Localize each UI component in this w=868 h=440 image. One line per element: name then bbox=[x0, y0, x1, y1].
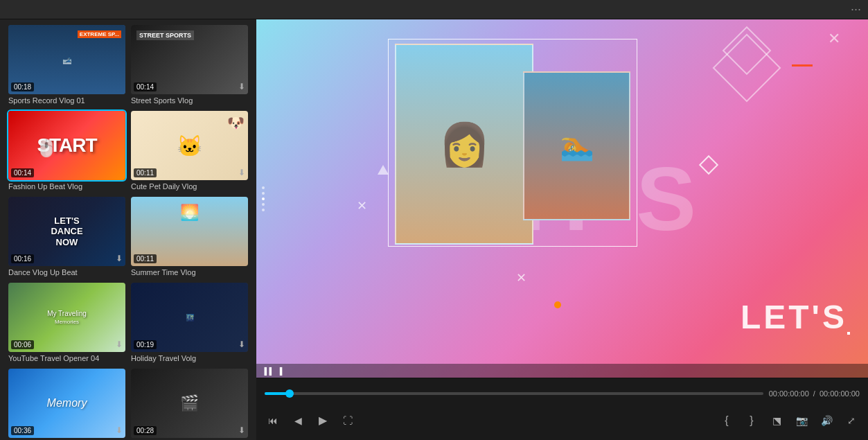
thumb-holiday: 🌃 00:19 ⬇ bbox=[131, 283, 248, 352]
photo-frame-1: 👩 bbox=[395, 44, 533, 245]
download-icon-travel-rec: ⬇ bbox=[238, 425, 245, 435]
thumb-badge-travel-rec: 00:28 bbox=[134, 426, 157, 435]
progress-bar[interactable] bbox=[265, 392, 763, 395]
step-back-button[interactable]: ◀ bbox=[290, 412, 306, 429]
template-item-street-sports[interactable]: STREET SPORTS 00:14 ⬇ Street Sports Vlog bbox=[128, 22, 251, 108]
photo-frame-2: 🏊 bbox=[523, 71, 630, 220]
deco-dot bbox=[554, 301, 561, 308]
thumb-badge-fashion: 00:14 bbox=[11, 168, 34, 177]
top-bar: ··· bbox=[0, 0, 868, 19]
thumb-street-sports: STREET SPORTS 00:14 ⬇ bbox=[131, 25, 248, 94]
template-label-cute-pet: Cute Pet Daily Vlog bbox=[131, 180, 248, 191]
template-label-sports-record: Sports Record Vlog 01 bbox=[8, 94, 125, 105]
memory-text: Memory bbox=[47, 397, 87, 410]
progress-thumb[interactable] bbox=[285, 389, 294, 398]
template-item-travel-rec[interactable]: 🎬 00:28 ⬇ Travel Records bbox=[128, 366, 251, 440]
thumb-badge-cute-pet: 00:11 bbox=[134, 168, 157, 177]
volume-button[interactable]: 🔊 bbox=[818, 412, 835, 429]
deco-x-left: ✕ bbox=[357, 198, 367, 213]
deco-x-top-right: ✕ bbox=[828, 30, 840, 48]
download-icon-dance: ⬇ bbox=[116, 254, 123, 263]
template-label-street-sports: Street Sports Vlog bbox=[131, 94, 248, 105]
thumb-badge-memory: 00:36 bbox=[11, 426, 34, 435]
thumb-travel: My TravelingMemories 00:06 ⬇ bbox=[8, 283, 125, 352]
deco-x-bottom: ✕ bbox=[516, 270, 526, 285]
thumb-badge-holiday: 00:19 bbox=[134, 340, 157, 349]
bracket-open-button[interactable]: { bbox=[718, 412, 735, 429]
preview-dot-3 bbox=[262, 197, 265, 200]
right-panel: LET'S 👩 🏊 ✕ bbox=[256, 19, 868, 440]
bottom-controls: 00:00:00:00 / 00:00:00:00 ⏮ ◀ ▶ ⛶ { } ⬔ … bbox=[256, 378, 868, 440]
thumb-cute-pet: 🐱 🐶 00:11 ⬇ bbox=[131, 111, 248, 180]
thumb-badge-street-sports: 00:14 bbox=[134, 82, 157, 91]
rewind-button[interactable]: ⏮ bbox=[265, 412, 281, 429]
time-separator: / bbox=[813, 389, 815, 398]
total-time: 00:00:00:00 bbox=[820, 389, 860, 398]
template-label-summer: Summer Time Vlog bbox=[131, 266, 248, 277]
thumb-dance: LET'SDANCENOW 00:16 ⬇ bbox=[8, 197, 125, 266]
bracket-close-button[interactable]: } bbox=[743, 412, 760, 429]
preview-canvas: LET'S 👩 🏊 ✕ bbox=[256, 19, 868, 378]
camera-button[interactable]: 📷 bbox=[793, 412, 810, 429]
preview-dot-1 bbox=[262, 186, 265, 189]
template-item-dance[interactable]: LET'SDANCENOW 00:16 ⬇ Dance Vlog Up Beat bbox=[6, 194, 128, 280]
template-item-memory[interactable]: Memory 00:36 ⬇ Travel Vlog bbox=[6, 366, 128, 440]
left-panel: 🎿 EXTREME SP... 00:18 Sports Record Vlog… bbox=[0, 19, 256, 440]
download-icon-street: ⬇ bbox=[238, 82, 245, 91]
transport-left: ⏮ ◀ ▶ ⛶ bbox=[265, 412, 356, 429]
thumb-travel-rec: 🎬 00:28 ⬇ bbox=[131, 369, 248, 438]
thumb-badge-dance: 00:16 bbox=[11, 254, 34, 263]
dance-text: LET'SDANCENOW bbox=[51, 215, 82, 248]
template-item-cute-pet[interactable]: 🐱 🐶 00:11 ⬇ Cute Pet Daily Vlog bbox=[128, 108, 251, 194]
time-display: 00:00:00:00 / 00:00:00:00 bbox=[769, 389, 860, 398]
thumb-memory: Memory 00:36 ⬇ bbox=[8, 369, 125, 438]
template-label-fashion: Fashion Up Beat Vlog bbox=[8, 180, 125, 191]
preview-dots bbox=[262, 186, 265, 211]
preview-dot-2 bbox=[262, 192, 265, 195]
template-item-summer[interactable]: 🌅 00:11 Summer Time Vlog bbox=[128, 194, 251, 280]
deco-diamond-top-right-2 bbox=[713, 34, 781, 103]
main-content: 🎿 EXTREME SP... 00:18 Sports Record Vlog… bbox=[0, 19, 868, 440]
deco-triangle bbox=[378, 165, 389, 175]
transport-row: ⏮ ◀ ▶ ⛶ { } ⬔ 📷 🔊 ⤢ bbox=[265, 412, 860, 429]
download-icon-pet: ⬇ bbox=[238, 168, 245, 177]
template-grid: 🎿 EXTREME SP... 00:18 Sports Record Vlog… bbox=[0, 19, 256, 440]
preview-dot-4 bbox=[262, 203, 265, 206]
template-label-travel: YouTube Travel Opener 04 bbox=[8, 352, 125, 363]
deco-diamond-right bbox=[699, 155, 718, 175]
template-item-sports-record[interactable]: 🎿 EXTREME SP... 00:18 Sports Record Vlog… bbox=[6, 22, 128, 108]
more-options-icon[interactable]: ··· bbox=[851, 2, 861, 17]
video-area: LET'S 👩 🏊 ✕ bbox=[256, 19, 868, 378]
transport-right: { } ⬔ 📷 🔊 ⤢ bbox=[718, 412, 860, 429]
deco-white-dash bbox=[847, 332, 850, 335]
deco-orange-line bbox=[792, 64, 813, 67]
preview-dot-5 bbox=[262, 209, 265, 211]
expand-button[interactable]: ⤢ bbox=[843, 412, 860, 429]
progress-row: 00:00:00:00 / 00:00:00:00 bbox=[265, 389, 860, 398]
template-label-holiday: Holiday Travel Volg bbox=[131, 352, 248, 363]
thumb-fashion: START 🖱️ 00:14 bbox=[8, 111, 125, 180]
play-button[interactable]: ▶ bbox=[315, 412, 331, 429]
template-item-holiday[interactable]: 🌃 00:19 ⬇ Holiday Travel Volg bbox=[128, 280, 251, 366]
template-label-dance: Dance Vlog Up Beat bbox=[8, 266, 125, 277]
thumb-sports-record: 🎿 EXTREME SP... 00:18 bbox=[8, 25, 125, 94]
thumb-badge-travel: 00:06 bbox=[11, 340, 34, 349]
preview-timeline: ▐▐ ▐ bbox=[256, 364, 868, 378]
fullscreen-button[interactable]: ⛶ bbox=[339, 412, 356, 429]
current-time: 00:00:00:00 bbox=[769, 389, 809, 398]
download-icon-travel: ⬇ bbox=[116, 340, 123, 349]
template-item-fashion[interactable]: START 🖱️ 00:14 Fashion Up Beat Vlog bbox=[6, 108, 128, 194]
preview-small-text: LET'S bbox=[741, 298, 847, 336]
video-preview: LET'S 👩 🏊 ✕ bbox=[256, 19, 868, 378]
thumb-summer: 🌅 00:11 bbox=[131, 197, 248, 266]
thumb-badge-sports-record: 00:18 bbox=[11, 82, 34, 91]
download-icon-holiday: ⬇ bbox=[238, 340, 245, 349]
travel-text: My TravelingMemories bbox=[47, 310, 87, 325]
download-icon-memory: ⬇ bbox=[116, 425, 123, 435]
mark-button[interactable]: ⬔ bbox=[768, 412, 785, 429]
thumb-badge-summer: 00:11 bbox=[134, 254, 157, 263]
template-item-travel[interactable]: My TravelingMemories 00:06 ⬇ YouTube Tra… bbox=[6, 280, 128, 366]
